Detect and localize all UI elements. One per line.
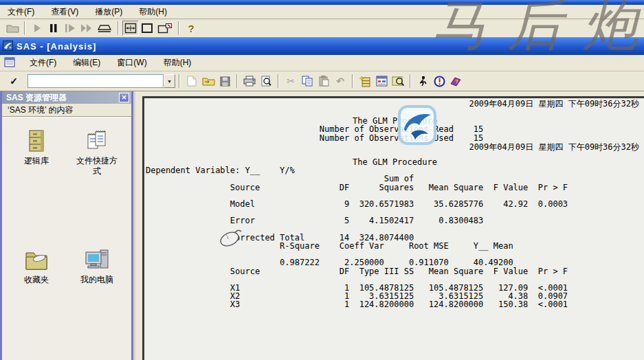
player-titlebar — [0, 0, 644, 5]
explorer-title: SAS 资源管理器 — [6, 92, 119, 104]
explorer-content: 逻辑库 文件快捷方式 收藏夹 — [2, 117, 131, 360]
explorer-titlebar: SAS 资源管理器 ✕ — [2, 91, 131, 104]
new-document-icon[interactable] — [184, 74, 200, 89]
help-icon[interactable]: ? — [183, 21, 199, 36]
explorer-item-label: 我的电脑 — [80, 275, 113, 285]
step-forward-icon[interactable] — [62, 21, 78, 36]
toolbar-separator — [118, 21, 119, 35]
print-preview-icon[interactable] — [258, 74, 274, 89]
undo-icon[interactable]: ↶ — [332, 74, 348, 89]
explorer-item-file-shortcuts[interactable]: 文件快捷方式 — [67, 123, 127, 200]
eject-tray-icon[interactable] — [95, 21, 114, 36]
pause-icon[interactable] — [45, 21, 62, 36]
explorer-item-my-computer[interactable]: 我的电脑 — [67, 242, 127, 319]
open-icon[interactable] — [200, 74, 216, 89]
print-icon[interactable] — [241, 74, 258, 89]
explorer-item-favorites[interactable]: 收藏夹 — [6, 242, 67, 319]
observations-block: Number of Observations Read 15 Number of… — [146, 125, 644, 142]
new-library-icon[interactable] — [357, 74, 373, 89]
explorer-panel: SAS 资源管理器 ✕ ‘SAS 环境’ 的内容 逻辑库 文件快捷方式 — [0, 91, 133, 360]
close-icon[interactable]: ✕ — [119, 93, 129, 102]
toolbar-separator — [410, 74, 411, 88]
sas-window-title: SAS - [Analysis] — [16, 41, 96, 52]
copy-icon[interactable] — [299, 74, 315, 89]
find-window-icon[interactable] — [390, 74, 406, 89]
sas-menubar: 文件(F) 编辑(E) 窗口(W) 帮助(H) — [0, 55, 644, 71]
my-computer-icon — [84, 242, 110, 272]
command-combobox: ▼ — [27, 74, 175, 88]
fit-window-icon[interactable] — [122, 21, 139, 36]
explorer-item-label: 收藏夹 — [24, 275, 49, 285]
chevron-down-icon[interactable]: ▼ — [164, 74, 175, 88]
fast-forward-icon[interactable] — [78, 21, 95, 36]
paste-icon[interactable] — [315, 74, 332, 89]
svg-text:?: ? — [455, 78, 458, 85]
toolbar-separator — [178, 21, 179, 35]
player-toolbar: ? — [0, 19, 644, 38]
player-menu-play[interactable]: 播放(P) — [93, 5, 124, 19]
toolbar-separator — [179, 74, 180, 88]
help-book-icon[interactable]: ? — [447, 74, 464, 89]
resize-window-icon[interactable] — [155, 21, 175, 36]
play-icon[interactable] — [29, 21, 45, 36]
toolbar-separator — [352, 74, 353, 88]
sas-titlebar: SAS - [Analysis] — [0, 38, 644, 55]
cut-icon[interactable]: ✂ — [282, 74, 299, 89]
output-window: 2009年04月09日 星期四 下午09时36分32秒 The GLM Proc… — [135, 91, 644, 360]
sas-logo-icon — [3, 41, 13, 53]
toolbar-separator — [236, 74, 238, 88]
explorer-item-label: 逻辑库 — [24, 156, 49, 166]
sas-menu-window[interactable]: 窗口(W) — [115, 56, 148, 69]
explorer-item-libraries[interactable]: 逻辑库 — [6, 123, 67, 200]
output-datetime: 2009年04月09日 星期四 下午09时36分32秒 — [146, 100, 644, 108]
swallow-cursor-icon — [397, 104, 437, 148]
open-file-icon[interactable] — [4, 21, 21, 36]
favorites-folder-icon — [24, 242, 49, 272]
command-check-icon: ✓ — [5, 74, 22, 89]
type3-ss-table: Source DF Type III SS Mean Square F Valu… — [146, 267, 644, 309]
output-datetime-2: 2009年04月09日 星期四 下午09时36分32秒 — [146, 143, 644, 151]
library-cabinet-icon — [25, 123, 48, 153]
toolbar-separator — [24, 21, 25, 35]
save-icon[interactable] — [216, 74, 233, 89]
explorer-header: ‘SAS 环境’ 的内容 — [2, 104, 131, 117]
player-menu-view[interactable]: 查看(V) — [49, 5, 80, 19]
player-menubar: 文件(F) 查看(V) 播放(P) 帮助(H) — [0, 5, 644, 19]
file-shortcuts-icon — [85, 123, 109, 153]
sas-menu-edit[interactable]: 编辑(E) — [71, 56, 102, 69]
submit-run-icon[interactable] — [414, 74, 431, 89]
original-size-icon[interactable] — [139, 21, 155, 36]
command-input[interactable] — [27, 74, 164, 88]
sas-toolbar: ✓ ▼ ✂ ↶ — [0, 71, 644, 91]
player-menu-help[interactable]: 帮助(H) — [137, 5, 169, 19]
document-window-icon[interactable] — [4, 57, 15, 69]
explorer-item-label: 文件快捷方式 — [74, 156, 120, 177]
workspace: SAS 资源管理器 ✕ ‘SAS 环境’ 的内容 逻辑库 文件快捷方式 — [0, 91, 644, 360]
sas-menu-file[interactable]: 文件(F) — [27, 56, 58, 69]
toolbar-separator — [278, 74, 279, 88]
mouse-cursor-icon — [217, 227, 246, 250]
sas-menu-help[interactable]: 帮助(H) — [162, 56, 194, 69]
screen: 文件(F) 查看(V) 播放(P) 帮助(H) — [0, 0, 644, 360]
results-window-icon[interactable] — [373, 74, 390, 89]
player-menu-file[interactable]: 文件(F) — [5, 5, 36, 19]
interrupt-icon[interactable] — [431, 74, 447, 89]
